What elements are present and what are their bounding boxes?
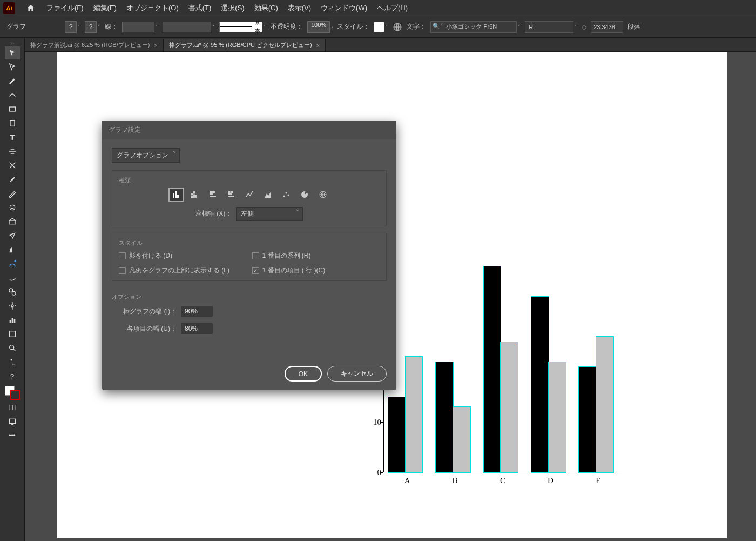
menu-window[interactable]: ウィンドウ(W): [321, 3, 367, 13]
svg-point-6: [9, 289, 13, 292]
rect-tool[interactable]: [5, 103, 20, 116]
shape-builder-tool[interactable]: [5, 271, 20, 284]
cancel-button[interactable]: キャンセル: [327, 366, 387, 382]
edit-toolbar[interactable]: •••: [5, 429, 20, 442]
document-tab-label: 棒グラフ解説.ai @ 6.25 % (RGB/プレビュー): [30, 41, 150, 49]
brush-tool[interactable]: [5, 173, 20, 186]
curvature-tool[interactable]: [5, 89, 20, 102]
perspective-tool[interactable]: [5, 285, 20, 298]
screen-mode[interactable]: [5, 415, 20, 428]
document-tab-label: 棒グラフ.ai* @ 95 % (RGB/CPU ピクセルプレビュー): [169, 41, 312, 49]
chart-bar[interactable]: [388, 397, 406, 472]
type-area-icon[interactable]: [261, 189, 274, 201]
home-icon[interactable]: [25, 2, 37, 14]
document-tab[interactable]: 棒グラフ解説.ai @ 6.25 % (RGB/プレビュー) ×: [25, 39, 164, 51]
y-tick-label: 0: [377, 468, 382, 477]
cluster-width-input[interactable]: [181, 323, 213, 335]
ellipse-tool[interactable]: [5, 117, 20, 130]
type-pie-icon[interactable]: [298, 189, 311, 201]
type-scatter-icon[interactable]: [280, 189, 293, 201]
type-radar-icon[interactable]: [316, 189, 329, 201]
menu-view[interactable]: 表示(V): [288, 3, 311, 13]
artboard-tool[interactable]: [5, 328, 20, 340]
type-tool[interactable]: [5, 131, 20, 144]
fill-button[interactable]: ?: [65, 21, 77, 33]
selection-tool[interactable]: [5, 46, 20, 59]
polygon-tool[interactable]: [5, 159, 20, 172]
eraser-tool[interactable]: [5, 201, 20, 214]
blob-brush-tool[interactable]: [5, 257, 20, 270]
menu-help[interactable]: ヘルプ(H): [377, 3, 408, 13]
workarea: ≫ ? •••: [0, 52, 756, 541]
menu-file[interactable]: ファイル(F): [46, 3, 84, 13]
stroke-swatch[interactable]: [10, 390, 20, 400]
direct-selection-tool[interactable]: [5, 61, 20, 74]
menu-object[interactable]: オブジェクト(O): [126, 3, 179, 13]
ok-button[interactable]: OK: [285, 366, 322, 382]
menu-edit[interactable]: 編集(E): [93, 3, 117, 13]
font-family-select[interactable]: [430, 21, 517, 33]
style-fieldset-label: スタイル: [119, 239, 380, 247]
app-logo[interactable]: Ai: [3, 2, 15, 14]
chart-bar[interactable]: [579, 367, 596, 472]
stroke-weight-select[interactable]: [122, 22, 154, 32]
toolbar-handle[interactable]: ≫: [2, 41, 23, 45]
legend-top-checkbox[interactable]: [119, 267, 126, 274]
graph-section-select[interactable]: グラフオプション: [112, 148, 180, 163]
chart-bar[interactable]: [531, 297, 549, 472]
bar-width-input[interactable]: [181, 305, 213, 317]
column-chart[interactable]: 01020ABCDE: [368, 246, 622, 484]
type-bar-icon[interactable]: [206, 189, 219, 201]
chart-bar[interactable]: [436, 362, 453, 472]
variable-width-select[interactable]: [163, 22, 211, 32]
rotate-tool[interactable]: [5, 215, 20, 228]
width-tool[interactable]: [5, 243, 20, 256]
scale-tool[interactable]: [5, 229, 20, 242]
first-row-checkbox[interactable]: [252, 252, 259, 259]
column-graph-tool[interactable]: [5, 313, 20, 326]
chart-bar[interactable]: [501, 342, 518, 473]
font-style-select[interactable]: [525, 21, 573, 33]
canvas[interactable]: 01020ABCDE グラフ設定 グラフオプション 種類: [25, 52, 756, 541]
color-swatches[interactable]: [4, 386, 21, 400]
close-icon[interactable]: ×: [316, 42, 320, 49]
zoom-tool[interactable]: [5, 342, 20, 355]
chart-bar[interactable]: [406, 357, 423, 472]
chart-bar[interactable]: [453, 407, 470, 472]
type-stacked-column-icon[interactable]: [188, 189, 201, 201]
brush-definition-select[interactable]: 基本: [219, 22, 262, 32]
svg-point-7: [12, 291, 16, 295]
graphic-style-select[interactable]: [374, 22, 384, 32]
stroke-button[interactable]: ?: [85, 21, 97, 33]
svg-rect-15: [12, 405, 15, 410]
shadow-checkbox[interactable]: [119, 252, 126, 259]
help-tool[interactable]: ?: [5, 370, 20, 383]
menu-effect[interactable]: 効果(C): [254, 3, 278, 13]
style-fieldset: スタイル 影を付ける (D) 1 番目の系列 (R) 凡例をグラフの上部に表示す…: [112, 233, 387, 281]
line-tool[interactable]: [5, 145, 20, 158]
font-size-field[interactable]: [591, 21, 623, 33]
svg-point-34: [287, 195, 289, 196]
menu-type[interactable]: 書式(T): [188, 3, 212, 13]
close-icon[interactable]: ×: [154, 42, 157, 49]
draw-mode[interactable]: [5, 401, 20, 414]
chart-bar[interactable]: [484, 266, 501, 472]
align-icon[interactable]: [393, 22, 402, 32]
pen-tool[interactable]: [5, 75, 20, 88]
type-column-icon[interactable]: [170, 189, 183, 201]
type-line-icon[interactable]: [243, 189, 256, 201]
first-col-checkbox[interactable]: [252, 267, 259, 274]
menu-select[interactable]: 選択(S): [221, 3, 244, 13]
mesh-tool[interactable]: [5, 299, 20, 312]
svg-rect-14: [9, 405, 12, 410]
paragraph-label[interactable]: 段落: [627, 22, 640, 31]
svg-rect-27: [210, 196, 216, 197]
chart-bar[interactable]: [549, 362, 566, 472]
toggle-fill-stroke[interactable]: [5, 356, 20, 369]
axis-select[interactable]: 左側: [236, 207, 303, 221]
type-stacked-bar-icon[interactable]: [225, 189, 238, 201]
opacity-value[interactable]: 100%: [307, 21, 330, 33]
pencil-tool[interactable]: [5, 187, 20, 200]
document-tab[interactable]: 棒グラフ.ai* @ 95 % (RGB/CPU ピクセルプレビュー) ×: [164, 39, 326, 51]
chart-bar[interactable]: [596, 337, 613, 472]
